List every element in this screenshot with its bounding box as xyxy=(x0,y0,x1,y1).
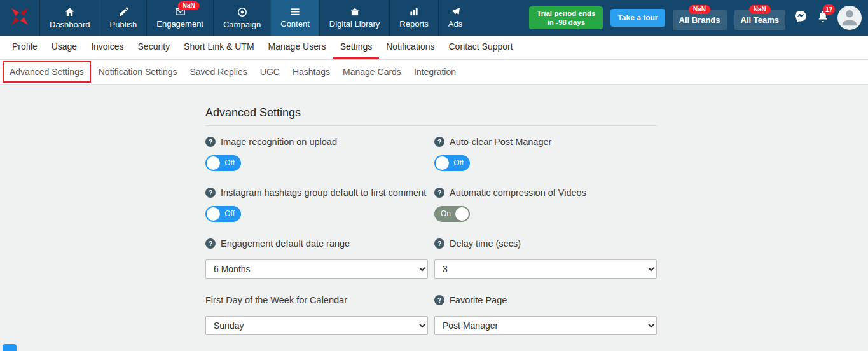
help-icon[interactable]: ? xyxy=(434,188,444,198)
tab-invoices[interactable]: Invoices xyxy=(84,36,130,59)
notifications-button[interactable]: 17 xyxy=(816,10,830,26)
subtab-advanced-settings[interactable]: Advanced Settings xyxy=(3,61,91,83)
tab-short-link-utm[interactable]: Short Link & UTM xyxy=(177,36,261,59)
advanced-settings-panel: Advanced Settings ? Image recognition on… xyxy=(205,106,657,351)
delay-time-select[interactable]: 3 xyxy=(434,259,657,279)
tab-contact-support[interactable]: Contact Support xyxy=(441,36,520,59)
nav-label: Content xyxy=(280,19,310,29)
toggle-knob xyxy=(436,156,449,170)
setting-label-text: Instagram hashtags group default to firs… xyxy=(221,188,426,198)
subtab-ugc[interactable]: UGC xyxy=(254,67,286,77)
toggle-video-compression[interactable]: On xyxy=(434,206,470,222)
trial-line1: Trial period ends xyxy=(537,9,595,18)
settings-tab-bar: Profile Usage Invoices Security Short Li… xyxy=(0,36,868,60)
help-icon[interactable]: ? xyxy=(205,188,216,198)
bar-chart-icon xyxy=(409,7,419,17)
paper-plane-icon xyxy=(450,7,461,17)
nav-engagement[interactable]: NaN Engagement xyxy=(146,0,213,36)
nav-label: Reports xyxy=(399,19,429,29)
divider xyxy=(205,125,657,126)
all-teams-badge: NaN xyxy=(749,5,771,14)
chat-widget-sliver[interactable] xyxy=(3,344,17,351)
toggle-auto-clear[interactable]: Off xyxy=(434,155,470,171)
help-icon[interactable]: ? xyxy=(205,238,216,249)
toggle-state-label: Off xyxy=(453,158,464,167)
all-brands-label: All Brands xyxy=(679,15,720,25)
setting-instagram-hashtags: ? Instagram hashtags group default to fi… xyxy=(205,188,428,222)
help-icon[interactable]: ? xyxy=(434,295,444,305)
all-brands-badge: NaN xyxy=(689,5,710,14)
tab-usage[interactable]: Usage xyxy=(45,36,84,59)
nav-label: Campaign xyxy=(223,20,261,29)
toggle-knob xyxy=(455,207,469,221)
subtab-integration[interactable]: Integration xyxy=(408,67,462,77)
toggle-knob xyxy=(207,207,220,221)
nav-dashboard[interactable]: Dashboard xyxy=(39,0,100,36)
person-icon xyxy=(839,6,860,30)
library-icon xyxy=(350,7,360,17)
settings-grid: ? Image recognition on upload Off ? Auto… xyxy=(205,137,657,351)
nav-label: Publish xyxy=(110,20,137,29)
first-day-of-week-select[interactable]: Sunday xyxy=(205,316,428,335)
setting-video-compression: ? Automatic compression of Videos On xyxy=(434,188,657,222)
toggle-state-label: Off xyxy=(224,158,235,167)
setting-label-text: Image recognition on upload xyxy=(221,137,337,147)
nav-label: Ads xyxy=(448,19,462,29)
page-title: Advanced Settings xyxy=(205,106,657,125)
chat-bubble-icon xyxy=(793,9,808,27)
toggle-state-label: On xyxy=(441,209,451,218)
setting-favorite-page: ? Favorite Page Post Manager xyxy=(434,295,657,335)
nav-ads[interactable]: Ads xyxy=(438,0,472,36)
tab-profile[interactable]: Profile xyxy=(5,36,45,59)
help-icon[interactable]: ? xyxy=(434,238,444,249)
engagement-date-range-select[interactable]: 6 Months xyxy=(205,259,428,279)
setting-label-text: First Day of the Week for Calendar xyxy=(205,295,347,305)
setting-label-text: Auto-clear Post Manager xyxy=(450,137,551,147)
logo-icon xyxy=(9,6,31,30)
subtab-hashtags[interactable]: Hashtags xyxy=(286,67,336,77)
subtab-manage-cards[interactable]: Manage Cards xyxy=(336,67,408,77)
setting-label-text: Delay time (secs) xyxy=(450,238,521,249)
toggle-instagram-hashtags[interactable]: Off xyxy=(205,206,241,222)
edit-icon xyxy=(118,7,128,17)
toggle-state-label: Off xyxy=(224,209,235,218)
chat-button[interactable] xyxy=(793,9,808,27)
toggle-knob xyxy=(207,156,220,170)
favorite-page-select[interactable]: Post Manager xyxy=(434,316,657,335)
user-avatar[interactable] xyxy=(837,6,862,30)
subtab-notification-settings[interactable]: Notification Settings xyxy=(92,67,184,77)
subtab-saved-replies[interactable]: Saved Replies xyxy=(183,67,253,77)
nav-campaign[interactable]: Campaign xyxy=(213,0,270,36)
nav-content[interactable]: Content xyxy=(270,0,319,36)
tab-settings[interactable]: Settings xyxy=(333,36,380,59)
tab-manage-users[interactable]: Manage Users xyxy=(261,36,333,59)
help-icon[interactable]: ? xyxy=(205,137,216,147)
nav-label: Engagement xyxy=(156,19,203,29)
setting-auto-clear-post-manager: ? Auto-clear Post Manager Off xyxy=(434,137,657,171)
all-brands-selector[interactable]: NaN All Brands xyxy=(673,10,727,30)
setting-label-text: Favorite Page xyxy=(450,295,507,305)
trial-period-button[interactable]: Trial period ends in -98 days xyxy=(529,6,603,29)
setting-label-text: Engagement default date range xyxy=(221,238,350,249)
engagement-badge: NaN xyxy=(178,1,200,10)
nav-digital-library[interactable]: Digital Library xyxy=(319,0,389,36)
settings-subtab-bar: Advanced Settings Notification Settings … xyxy=(0,60,868,85)
list-icon xyxy=(290,7,300,17)
notifications-count-badge: 17 xyxy=(823,4,835,15)
setting-label-text: Automatic compression of Videos xyxy=(450,188,586,198)
help-icon[interactable]: ? xyxy=(434,137,444,147)
nav-publish[interactable]: Publish xyxy=(100,0,147,36)
top-navbar: Dashboard Publish NaN Engagement Campaig… xyxy=(0,0,868,36)
setting-delay-time: ? Delay time (secs) 3 xyxy=(434,238,657,279)
take-a-tour-button[interactable]: Take a tour xyxy=(610,9,665,27)
tab-notifications[interactable]: Notifications xyxy=(379,36,441,59)
tab-security[interactable]: Security xyxy=(131,36,177,59)
app-logo[interactable] xyxy=(0,0,39,36)
setting-engagement-date-range: ? Engagement default date range 6 Months xyxy=(205,238,428,279)
nav-reports[interactable]: Reports xyxy=(389,0,438,36)
nav-label: Dashboard xyxy=(50,20,90,29)
toggle-image-recognition[interactable]: Off xyxy=(205,155,241,171)
trial-line2: in -98 days xyxy=(537,18,595,27)
nav-label: Digital Library xyxy=(329,19,380,29)
all-teams-selector[interactable]: NaN All Teams xyxy=(734,10,785,30)
